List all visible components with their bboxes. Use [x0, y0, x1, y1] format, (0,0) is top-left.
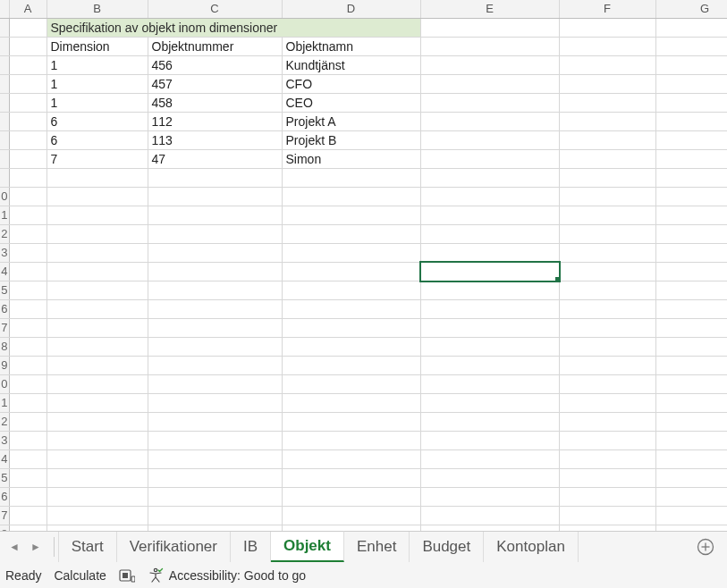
data-cell-objektnamn[interactable]: Projekt B — [282, 130, 420, 149]
column-header[interactable]: D — [282, 0, 420, 18]
cell[interactable] — [46, 468, 148, 487]
cell[interactable] — [282, 281, 420, 299]
cell[interactable] — [420, 337, 559, 356]
cell[interactable] — [46, 206, 148, 224]
cell[interactable] — [559, 93, 655, 112]
cell[interactable] — [655, 243, 727, 262]
cell[interactable] — [559, 487, 655, 506]
row-header[interactable]: 4 — [0, 262, 9, 281]
cell[interactable] — [655, 449, 727, 468]
data-cell-objektnummer[interactable]: 47 — [148, 149, 282, 168]
cell[interactable] — [420, 393, 559, 412]
cell[interactable] — [655, 262, 727, 281]
row-header[interactable]: 9 — [0, 356, 9, 374]
title-cell[interactable]: Specifikation av objekt inom dimensioner — [46, 18, 420, 37]
cell[interactable] — [46, 262, 148, 281]
cell[interactable] — [282, 374, 420, 393]
cell[interactable] — [9, 299, 46, 318]
data-cell-objektnamn[interactable]: Projekt A — [282, 112, 420, 130]
cell[interactable] — [9, 224, 46, 243]
data-cell-objektnummer[interactable]: 112 — [148, 112, 282, 130]
row-header[interactable]: 8 — [0, 337, 9, 356]
cell[interactable] — [655, 206, 727, 224]
cell[interactable] — [46, 487, 148, 506]
cell[interactable] — [46, 168, 148, 187]
cell[interactable] — [655, 337, 727, 356]
cell[interactable] — [655, 168, 727, 187]
cell[interactable] — [420, 187, 559, 206]
cell[interactable] — [655, 130, 727, 149]
cell[interactable] — [655, 525, 727, 531]
cell[interactable] — [9, 393, 46, 412]
cell[interactable] — [148, 506, 282, 525]
cell[interactable] — [420, 318, 559, 337]
cell[interactable] — [9, 187, 46, 206]
cell[interactable] — [559, 299, 655, 318]
cell[interactable] — [655, 93, 727, 112]
data-cell-objektnamn[interactable]: Kundtjänst — [282, 55, 420, 74]
row-header[interactable] — [0, 168, 9, 187]
row-header[interactable]: 4 — [0, 449, 9, 468]
cell[interactable] — [559, 187, 655, 206]
cell[interactable] — [559, 281, 655, 299]
cell[interactable] — [148, 468, 282, 487]
cell[interactable] — [655, 506, 727, 525]
cell[interactable] — [9, 487, 46, 506]
row-header[interactable] — [0, 55, 9, 74]
cell[interactable] — [9, 468, 46, 487]
cell[interactable] — [282, 206, 420, 224]
row-header[interactable]: 8 — [0, 525, 9, 531]
cell[interactable] — [655, 18, 727, 37]
row-header[interactable]: 6 — [0, 487, 9, 506]
cell[interactable] — [148, 318, 282, 337]
cell[interactable] — [148, 449, 282, 468]
cell[interactable] — [420, 224, 559, 243]
col-header-objektnummer[interactable]: Objektnummer — [148, 37, 282, 55]
cell[interactable] — [655, 281, 727, 299]
cell[interactable] — [282, 262, 420, 281]
cell[interactable] — [282, 393, 420, 412]
cell[interactable] — [46, 224, 148, 243]
cell[interactable] — [655, 468, 727, 487]
cell[interactable] — [282, 506, 420, 525]
data-cell-dimension[interactable]: 6 — [46, 130, 148, 149]
cell[interactable] — [148, 281, 282, 299]
cell[interactable] — [420, 487, 559, 506]
cell[interactable] — [148, 412, 282, 431]
status-calculate[interactable]: Calculate — [54, 568, 106, 583]
cell[interactable] — [420, 412, 559, 431]
data-cell-dimension[interactable]: 1 — [46, 93, 148, 112]
cell[interactable] — [148, 168, 282, 187]
cell[interactable] — [420, 431, 559, 449]
cell[interactable] — [559, 206, 655, 224]
cell[interactable] — [655, 374, 727, 393]
cell[interactable] — [282, 449, 420, 468]
column-header[interactable]: F — [559, 0, 655, 18]
cell[interactable] — [148, 356, 282, 374]
cell[interactable] — [655, 299, 727, 318]
cell[interactable] — [559, 37, 655, 55]
row-header[interactable]: 1 — [0, 393, 9, 412]
cell[interactable] — [420, 130, 559, 149]
cell[interactable] — [9, 356, 46, 374]
cell[interactable] — [148, 299, 282, 318]
cell[interactable] — [46, 299, 148, 318]
cell[interactable] — [655, 37, 727, 55]
cell[interactable] — [420, 525, 559, 531]
data-cell-objektnummer[interactable]: 458 — [148, 93, 282, 112]
row-header[interactable]: 5 — [0, 281, 9, 299]
data-cell-objektnummer[interactable]: 113 — [148, 130, 282, 149]
cell[interactable] — [655, 187, 727, 206]
cell[interactable] — [559, 74, 655, 93]
cell[interactable] — [655, 112, 727, 130]
cell[interactable] — [9, 506, 46, 525]
cell[interactable] — [9, 318, 46, 337]
cell[interactable] — [420, 55, 559, 74]
cell[interactable] — [9, 262, 46, 281]
cell[interactable] — [655, 74, 727, 93]
cell[interactable] — [282, 243, 420, 262]
cell[interactable] — [148, 262, 282, 281]
sheet-tab[interactable]: Start — [58, 532, 117, 562]
sheet-tab[interactable]: Verifikationer — [117, 532, 231, 562]
cell[interactable] — [148, 431, 282, 449]
